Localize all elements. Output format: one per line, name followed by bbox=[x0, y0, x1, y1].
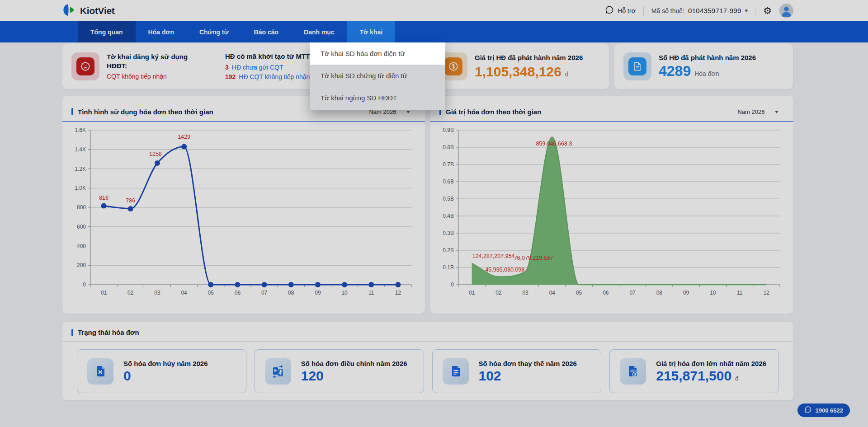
to-khai-dropdown-menu: Tờ khai SD hóa đơn điện tử Tờ khai SD ch… bbox=[310, 42, 445, 110]
kiotviet-dashboard: KiotViet Hỗ trợ Mã số thuế: 0104359717-9… bbox=[0, 0, 868, 427]
menu-item-to-khai-ngung-sd[interactable]: Tờ khai ngừng SD HĐĐT bbox=[310, 87, 445, 109]
menu-item-to-khai-sd-chung-tu[interactable]: Tờ khai SD chứng từ điện tử bbox=[310, 65, 445, 87]
menu-item-to-khai-sd-hoa-don[interactable]: Tờ khai SD hóa đơn điện tử bbox=[310, 42, 445, 65]
